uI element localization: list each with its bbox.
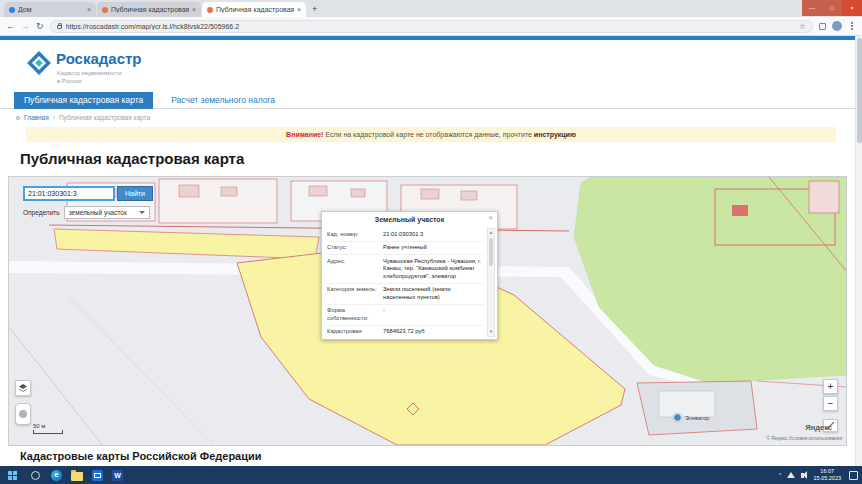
envelope-icon xyxy=(94,473,101,478)
field-value: Земли поселений (земли населенных пункто… xyxy=(383,286,484,301)
browser-tab-strip: Дом × Публичная кадастровая карта × Публ… xyxy=(0,0,862,17)
windows-taskbar: e W ^ 16:07 15.05.2023 xyxy=(0,466,862,484)
scroll-down-icon[interactable]: ▼ xyxy=(488,328,494,336)
url-text[interactable]: https://roscadastr.com/map/ycr.is.l/hck8… xyxy=(66,23,795,30)
browser-toolbar: ← → ↻ https://roscadastr.com/map/ycr.is.… xyxy=(0,17,862,36)
forward-icon[interactable]: → xyxy=(21,22,30,31)
edge-browser-icon[interactable]: e xyxy=(51,470,62,481)
scroll-thumb[interactable] xyxy=(489,238,493,266)
bookmark-star-icon[interactable]: ☆ xyxy=(799,22,806,31)
zoom-out-button[interactable]: − xyxy=(823,396,838,411)
word-app-icon[interactable]: W xyxy=(112,470,123,481)
taskbar-search-icon[interactable] xyxy=(31,471,40,480)
field-label: Статус: xyxy=(327,244,383,252)
panorama-button[interactable] xyxy=(15,403,31,425)
window-controls: — □ × xyxy=(802,0,862,16)
site-subtitle: Кадастр недвижимости в России xyxy=(57,69,122,85)
field-value: Ранее учтенный xyxy=(383,244,484,252)
instruction-link[interactable]: инструкцию xyxy=(534,131,576,138)
building xyxy=(461,191,477,200)
mail-app-icon[interactable] xyxy=(92,470,103,481)
tab-title: Публичная кадастровая карта xyxy=(111,6,189,13)
lock-icon xyxy=(57,25,62,29)
tab-title: Дом xyxy=(18,6,84,13)
page-scrollbar[interactable] xyxy=(855,36,862,466)
tab-close-icon[interactable]: × xyxy=(87,6,91,13)
main-nav: Публичная кадастровая карта Расчет земел… xyxy=(0,92,862,109)
action-center-icon[interactable] xyxy=(849,471,858,480)
screen: Дом × Публичная кадастровая карта × Публ… xyxy=(0,0,862,484)
maximize-button[interactable]: □ xyxy=(822,0,842,16)
new-tab-button[interactable]: + xyxy=(312,4,317,14)
system-tray: ^ 16:07 15.05.2023 xyxy=(779,468,862,482)
warning-text: Если на кадастровой карте не отображаютс… xyxy=(323,131,533,138)
tab-close-icon[interactable]: × xyxy=(192,6,196,13)
page-title: Публичная кадастровая карта xyxy=(20,150,862,167)
layers-button[interactable] xyxy=(15,380,31,396)
parcel[interactable] xyxy=(809,181,839,213)
tab-title: Публичная кадастровая карта xyxy=(216,6,294,13)
minimize-button[interactable]: — xyxy=(802,0,822,16)
scale-label: 50 м xyxy=(33,423,63,429)
building xyxy=(221,187,237,196)
scroll-up-icon[interactable]: ▲ xyxy=(488,229,494,237)
cadastral-number-input[interactable] xyxy=(23,186,115,201)
profile-avatar[interactable] xyxy=(832,21,842,31)
browser-menu-icon[interactable] xyxy=(851,25,853,27)
field-value: Чувашская Республика - Чувашия, г. Канаш… xyxy=(383,258,484,281)
browser-tab-map-2-active[interactable]: Публичная кадастровая карта × xyxy=(202,2,306,17)
popup-row: Адрес:Чувашская Республика - Чувашия, г.… xyxy=(327,255,484,284)
browser-tab-map-1[interactable]: Публичная кадастровая карта × xyxy=(97,2,201,17)
location-pin-icon xyxy=(16,116,20,120)
elevator-poi[interactable]: Элеватор xyxy=(673,413,709,422)
back-icon[interactable]: ← xyxy=(6,22,15,31)
taskbar-clock[interactable]: 16:07 15.05.2023 xyxy=(813,468,841,482)
parcel[interactable] xyxy=(159,179,277,223)
page-scroll-thumb[interactable] xyxy=(857,38,862,143)
yandex-logo[interactable]: Яндекс xyxy=(805,423,832,432)
refresh-icon[interactable]: ↻ xyxy=(36,22,44,31)
zoom-in-button[interactable]: + xyxy=(823,379,838,394)
building xyxy=(309,186,327,196)
nav-tab-public-map[interactable]: Публичная кадастровая карта xyxy=(14,92,153,109)
breadcrumb-current: Публичная кадастровая карта xyxy=(59,114,150,121)
popup-close-icon[interactable]: × xyxy=(488,214,493,222)
poi-label: Элеватор xyxy=(685,415,709,421)
chevron-down-icon xyxy=(139,211,145,214)
volume-icon[interactable] xyxy=(801,473,804,478)
clock-time: 16:07 xyxy=(820,468,834,475)
scale-line xyxy=(33,430,63,434)
breadcrumb: Главная › Публичная кадастровая карта xyxy=(0,109,862,125)
object-type-select[interactable]: земельный участок xyxy=(64,206,150,219)
popup-row: Категория земель:Земли поселений (земли … xyxy=(327,284,484,305)
map-container[interactable]: Найти Определить земельный участок Земел… xyxy=(8,176,847,446)
roskadastr-logo[interactable] xyxy=(26,50,52,80)
pegman-icon xyxy=(19,410,27,418)
nav-tab-land-tax[interactable]: Расчет земельного налога xyxy=(161,92,285,109)
site-title[interactable]: Роскадастр xyxy=(56,50,142,67)
windows-logo-icon xyxy=(8,471,17,480)
warning-banner: Внимание! Если на кадастровой карте не о… xyxy=(26,127,836,142)
close-button[interactable]: × xyxy=(842,0,862,16)
site-subtitle-line1: Кадастр недвижимости xyxy=(57,69,122,77)
find-button[interactable]: Найти xyxy=(117,186,153,201)
pinned-apps: e W xyxy=(51,470,123,481)
browser-tab-home[interactable]: Дом × xyxy=(4,2,96,17)
field-label: Кад. номер: xyxy=(327,231,383,239)
file-explorer-icon[interactable] xyxy=(71,472,83,481)
tab-favicon xyxy=(207,7,213,13)
tray-expand-icon[interactable]: ^ xyxy=(779,472,782,478)
tab-close-icon[interactable]: × xyxy=(297,6,301,13)
start-button[interactable] xyxy=(0,466,24,484)
address-bar[interactable]: https://roscadastr.com/map/ycr.is.l/hck8… xyxy=(50,20,813,33)
determine-row: Определить земельный участок xyxy=(23,206,150,219)
breadcrumb-home-link[interactable]: Главная xyxy=(24,114,49,121)
scale-bar: 50 м xyxy=(33,423,63,434)
layers-icon xyxy=(18,383,28,393)
network-icon[interactable] xyxy=(787,472,795,478)
popup-scrollbar[interactable]: ▲ ▼ xyxy=(487,228,495,337)
map-attribution[interactable]: © Яндекс Условия использования xyxy=(766,436,842,441)
extensions-icon[interactable] xyxy=(819,23,826,30)
building xyxy=(421,189,439,199)
breadcrumb-separator: › xyxy=(53,114,55,121)
